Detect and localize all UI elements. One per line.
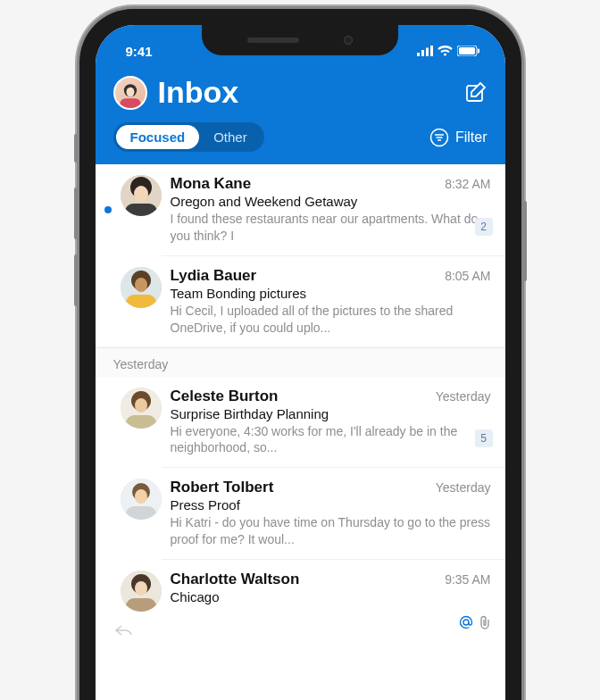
phone-volume-up — [74, 188, 78, 239]
mention-icon — [459, 615, 473, 629]
svg-point-17 — [134, 186, 148, 202]
email-subject: Press Proof — [171, 497, 491, 512]
sender-avatar — [121, 479, 162, 520]
email-time: Yesterday — [436, 389, 491, 404]
svg-rect-30 — [126, 506, 156, 520]
email-time: 8:32 AM — [445, 177, 490, 191]
svg-rect-2 — [426, 48, 429, 57]
spacer — [104, 571, 112, 612]
svg-point-35 — [463, 620, 469, 625]
count-badge: 5 — [475, 429, 493, 447]
email-subject: Surprise Birthday Planning — [171, 406, 491, 421]
phone-power-button — [523, 201, 527, 281]
email-preview: Hi Cecil, I uploaded all of the pictures… — [171, 303, 491, 337]
sender-avatar — [121, 571, 162, 612]
spacer — [104, 388, 112, 457]
filter-icon — [429, 128, 449, 147]
email-list[interactable]: Mona Kane 8:32 AM Oregon and Weekend Get… — [96, 164, 505, 638]
email-row[interactable]: Mona Kane 8:32 AM Oregon and Weekend Get… — [96, 164, 505, 255]
email-time: 9:35 AM — [445, 572, 490, 587]
email-row[interactable]: Robert Tolbert Yesterday Press Proof Hi … — [96, 468, 505, 559]
svg-point-29 — [135, 489, 147, 504]
svg-rect-3 — [430, 46, 433, 56]
status-indicators — [417, 46, 480, 56]
filter-row: Focused Other Filter — [96, 117, 505, 164]
filter-label: Filter — [455, 129, 488, 146]
svg-rect-34 — [126, 598, 156, 612]
email-content: Lydia Bauer 8:05 AM Team Bonding picture… — [171, 267, 491, 337]
svg-rect-1 — [421, 50, 424, 56]
inbox-tab-segmented: Focused Other — [113, 122, 264, 152]
tab-focused[interactable]: Focused — [116, 125, 200, 149]
email-time: Yesterday — [436, 480, 491, 495]
email-content: Charlotte Waltson 9:35 AM Chicago — [171, 571, 491, 612]
email-subject: Oregon and Weekend Getaway — [171, 194, 491, 209]
svg-rect-6 — [478, 49, 479, 54]
phone-notch — [202, 25, 398, 55]
phone-frame: 9:41 Inbox Focused Other — [79, 9, 521, 700]
email-row[interactable]: Charlotte Waltson 9:35 AM Chicago — [96, 560, 505, 638]
phone-volume-down — [74, 254, 78, 306]
battery-icon — [457, 46, 480, 56]
svg-point-8 — [126, 87, 134, 96]
page-title: Inbox — [158, 75, 454, 110]
email-subject: Team Bonding pictures — [171, 286, 491, 301]
phone-camera — [344, 36, 353, 45]
sender-avatar — [121, 388, 162, 429]
email-sender: Mona Kane — [171, 175, 438, 193]
sender-avatar — [121, 175, 162, 216]
email-sender: Celeste Burton — [171, 388, 429, 405]
email-row[interactable]: Celeste Burton Yesterday Surprise Birthd… — [96, 377, 505, 468]
unread-indicator — [104, 206, 112, 213]
email-row[interactable]: Lydia Bauer 8:05 AM Team Bonding picture… — [96, 256, 505, 347]
spacer — [104, 267, 112, 337]
svg-rect-18 — [125, 204, 157, 216]
compose-icon — [464, 81, 488, 104]
email-sender: Robert Tolbert — [171, 479, 429, 496]
compose-button[interactable] — [464, 81, 488, 104]
spacer — [104, 479, 112, 548]
svg-point-25 — [135, 398, 147, 412]
phone-speaker — [247, 38, 299, 43]
email-time: 8:05 AM — [445, 269, 490, 283]
phone-mute-switch — [74, 134, 78, 162]
email-preview: I found these restaurants near our apart… — [171, 211, 491, 245]
cellular-signal-icon — [417, 46, 433, 56]
svg-rect-5 — [459, 47, 475, 54]
email-preview: Hi Katri - do you have time on Thursday … — [171, 514, 491, 548]
status-time: 9:41 — [126, 44, 153, 59]
svg-rect-22 — [126, 295, 156, 308]
email-attachment-indicators — [459, 615, 491, 629]
svg-rect-9 — [120, 98, 140, 110]
email-content: Celeste Burton Yesterday Surprise Birthd… — [171, 388, 491, 457]
tab-other[interactable]: Other — [199, 125, 262, 149]
sender-avatar — [121, 267, 162, 308]
svg-rect-0 — [417, 53, 420, 56]
reply-icon — [113, 622, 135, 642]
email-sender: Charlotte Waltson — [171, 571, 438, 588]
attachment-icon — [479, 615, 491, 629]
section-header-yesterday: Yesterday — [96, 347, 505, 377]
svg-point-33 — [135, 581, 147, 596]
email-preview: Hi everyone, 4:30 works for me, I'll alr… — [171, 423, 491, 457]
email-sender: Lydia Bauer — [171, 267, 438, 285]
email-subject: Chicago — [171, 589, 491, 604]
wifi-icon — [438, 46, 453, 56]
app-screen: 9:41 Inbox Focused Other — [96, 25, 505, 700]
svg-rect-26 — [126, 415, 156, 429]
count-badge: 2 — [475, 218, 493, 236]
filter-button[interactable]: Filter — [429, 128, 488, 147]
email-content: Mona Kane 8:32 AM Oregon and Weekend Get… — [171, 175, 491, 245]
account-avatar[interactable] — [113, 76, 147, 110]
header-main: Inbox — [96, 66, 505, 117]
svg-point-21 — [135, 278, 147, 292]
email-content: Robert Tolbert Yesterday Press Proof Hi … — [171, 479, 491, 548]
